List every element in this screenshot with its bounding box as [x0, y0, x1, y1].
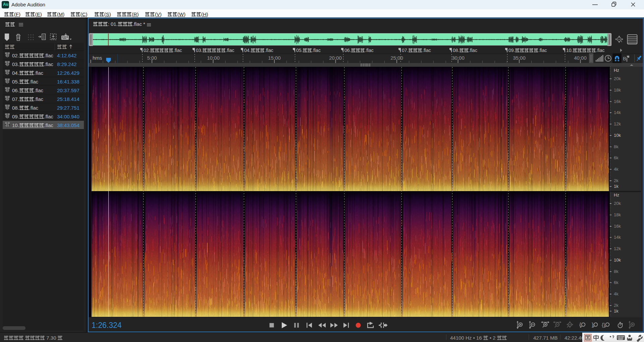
svg-text:{: {	[579, 322, 581, 328]
svg-text:}: }	[592, 322, 594, 328]
svg-text:{}: {}	[602, 322, 605, 328]
